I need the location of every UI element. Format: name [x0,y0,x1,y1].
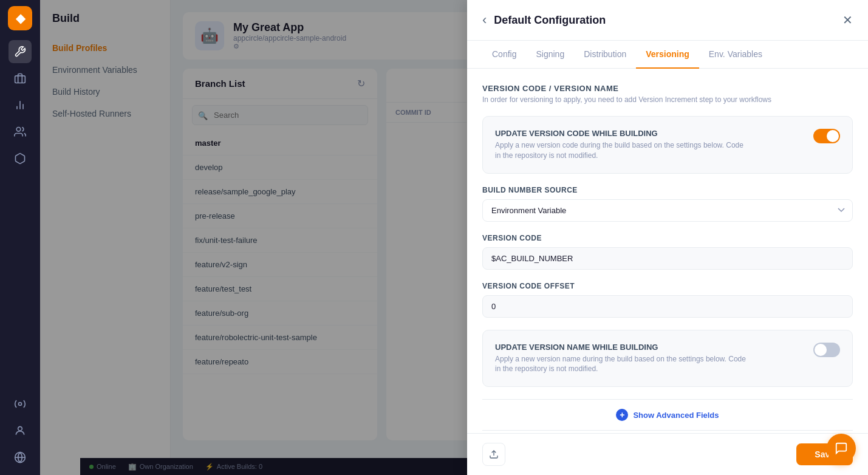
build-number-source-select[interactable]: Environment Variable Build Number Custom [482,199,853,222]
update-version-code-desc: Apply a new version code during the buil… [495,140,750,161]
sidebar-item-profile[interactable] [9,419,32,442]
sidebar-item-reports[interactable] [9,94,32,117]
tab-config[interactable]: Config [482,41,526,69]
app-logo[interactable]: ◆ [8,6,32,30]
update-version-code-title: UPDATE VERSION CODE WHILE BUILDING [495,129,750,138]
version-section-title: VERSION CODE / VERSION NAME [482,84,853,93]
update-version-code-info: UPDATE VERSION CODE WHILE BUILDING Apply… [495,129,750,161]
update-version-name-info: UPDATE VERSION NAME WHILE BUILDING Apply… [495,343,750,375]
tab-env-variables[interactable]: Env. Variables [699,41,772,69]
update-version-name-toggle[interactable] [813,343,840,357]
update-version-name-card: UPDATE VERSION NAME WHILE BUILDING Apply… [482,330,853,388]
panel-close-button[interactable]: ✕ [842,13,853,27]
version-code-group: VERSION CODE [482,234,853,270]
svg-rect-0 [15,76,26,83]
sidebar-item-build[interactable] [9,40,32,63]
panel-header-left: ‹ Default Configuration [482,12,606,28]
tab-signing[interactable]: Signing [526,41,574,69]
svg-point-4 [16,128,21,132]
version-section: VERSION CODE / VERSION NAME In order for… [482,84,853,104]
sidebar: ◆ [0,0,40,475]
update-version-code-header: UPDATE VERSION CODE WHILE BUILDING Apply… [495,129,840,161]
sidebar-item-org[interactable] [9,446,32,469]
sidebar-item-settings[interactable] [9,392,32,415]
version-code-offset-group: VERSION CODE OFFSET [482,282,853,318]
svg-point-6 [18,426,22,431]
config-panel: ‹ Default Configuration ✕ Config Signing… [467,0,868,475]
update-version-code-card: UPDATE VERSION CODE WHILE BUILDING Apply… [482,116,853,174]
sidebar-item-users[interactable] [9,120,32,143]
panel-footer: Save [467,433,868,475]
tab-versioning[interactable]: Versioning [636,41,699,69]
svg-point-5 [19,403,22,406]
sidebar-item-tools[interactable] [9,67,32,90]
update-version-name-header: UPDATE VERSION NAME WHILE BUILDING Apply… [495,343,840,375]
panel-header: ‹ Default Configuration ✕ [467,0,868,41]
toggle-knob [827,130,839,142]
panel-body: VERSION CODE / VERSION NAME In order for… [467,69,868,433]
build-number-source-group: BUILD NUMBER SOURCE Environment Variable… [482,186,853,222]
version-code-input[interactable] [482,247,853,270]
show-advanced-label: Show Advanced Fields [633,411,719,420]
tab-distribution[interactable]: Distribution [574,41,636,69]
panel-title: Default Configuration [494,14,606,27]
logo-icon: ◆ [16,11,25,26]
show-advanced-icon: + [616,409,628,421]
sidebar-item-packages[interactable] [9,147,32,170]
chat-button[interactable] [827,434,856,463]
update-version-name-desc: Apply a new version name during the buil… [495,354,750,375]
build-number-source-label: BUILD NUMBER SOURCE [482,186,853,194]
update-version-code-toggle[interactable] [813,129,840,143]
version-code-label: VERSION CODE [482,234,853,242]
panel-tabs: Config Signing Distribution Versioning E… [467,41,868,69]
main-area: Build Build Profiles Environment Variabl… [40,0,868,475]
update-version-name-title: UPDATE VERSION NAME WHILE BUILDING [495,343,750,352]
version-code-offset-input[interactable] [482,295,853,318]
version-section-desc: In order for versioning to apply, you ne… [482,95,853,104]
panel-back-button[interactable]: ‹ [482,12,487,28]
show-advanced-button[interactable]: + Show Advanced Fields [482,399,853,431]
version-code-offset-label: VERSION CODE OFFSET [482,282,853,290]
toggle-knob-2 [815,344,827,356]
export-button[interactable] [482,443,505,466]
